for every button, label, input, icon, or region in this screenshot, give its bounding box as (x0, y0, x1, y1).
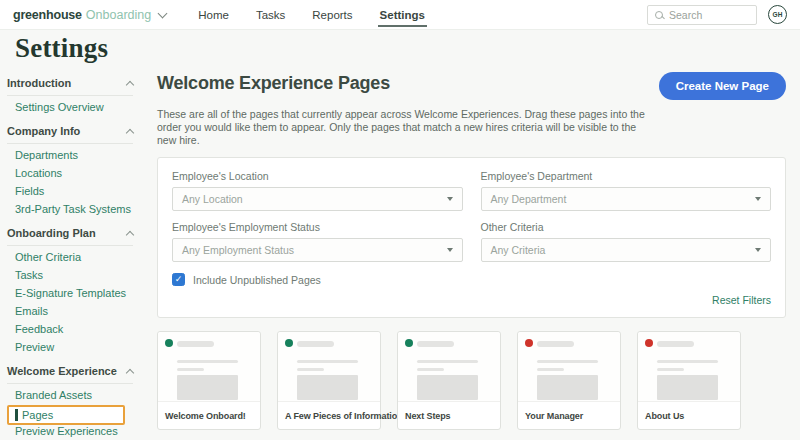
chevron-up-icon (126, 368, 134, 376)
page-thumbnail (638, 332, 740, 402)
sidebar: Introduction Settings Overview Company I… (0, 69, 150, 440)
skeleton-line (657, 368, 684, 371)
filter-field-department: Employee's Department Any Department (481, 170, 772, 211)
nav-link-home[interactable]: Home (198, 0, 229, 30)
brand-logo: greenhouse (13, 8, 82, 22)
sidebar-item-settings-overview[interactable]: Settings Overview (0, 100, 150, 118)
filter-label: Employee's Department (481, 170, 772, 182)
avatar[interactable]: GH (768, 5, 787, 24)
skeleton-line (537, 341, 574, 347)
skeleton-line (297, 368, 324, 371)
skeleton-block (657, 375, 718, 400)
caret-down-icon (447, 197, 453, 201)
other-criteria-filter-select[interactable]: Any Criteria (481, 238, 772, 262)
sidebar-section-onboarding-plan: Onboarding Plan Other Criteria Tasks E-S… (0, 226, 150, 358)
skeleton-block (177, 375, 238, 400)
sidebar-item-pages[interactable]: Pages (7, 405, 125, 425)
include-unpublished-label: Include Unpublished Pages (193, 274, 321, 286)
sidebar-item-locations[interactable]: Locations (0, 166, 150, 184)
nav-link-reports[interactable]: Reports (312, 0, 352, 30)
filter-field-location: Employee's Location Any Location (172, 170, 463, 211)
include-unpublished-checkbox[interactable]: ✓ (172, 273, 185, 286)
page-card[interactable]: A Few Pieces of Information (277, 331, 381, 430)
location-filter-select[interactable]: Any Location (172, 187, 463, 211)
sidebar-item-other-criteria[interactable]: Other Criteria (0, 250, 150, 268)
sidebar-section-label: Onboarding Plan (7, 227, 96, 239)
page-card[interactable]: About Us (637, 331, 741, 430)
page-card-title: Your Manager (518, 402, 620, 429)
status-dot (525, 339, 533, 347)
chevron-up-icon (126, 128, 134, 136)
sidebar-item-branded-assets[interactable]: Branded Assets (0, 388, 150, 406)
filter-label: Other Criteria (481, 221, 772, 233)
skeleton-line (177, 341, 214, 347)
page-card-title: Welcome Onboard! (158, 402, 260, 429)
reset-filters-link[interactable]: Reset Filters (712, 294, 771, 306)
chevron-up-icon (126, 80, 134, 88)
sidebar-item-departments[interactable]: Departments (0, 148, 150, 166)
filter-field-other-criteria: Other Criteria Any Criteria (481, 221, 772, 262)
page-card[interactable]: Your Manager (517, 331, 621, 430)
page-cards-row-1: Welcome Onboard! A Few Pieces of Informa… (157, 331, 786, 430)
sidebar-section-header-introduction[interactable]: Introduction (7, 76, 133, 90)
sidebar-section-header-welcome-experience[interactable]: Welcome Experience (7, 364, 133, 378)
sidebar-item-preview[interactable]: Preview (0, 340, 150, 358)
search-input[interactable] (669, 9, 749, 21)
skeleton-block (537, 375, 598, 400)
sidebar-section-header-company-info[interactable]: Company Info (7, 124, 133, 138)
skeleton-block (297, 375, 358, 400)
filter-grid: Employee's Location Any Location Employe… (172, 170, 771, 262)
sidebar-item-fields[interactable]: Fields (0, 184, 150, 202)
sidebar-item-3rd-party-task-systems[interactable]: 3rd-Party Task Systems (0, 202, 150, 220)
top-nav: greenhouse Onboarding Home Tasks Reports… (0, 0, 800, 30)
caret-down-icon (755, 248, 761, 252)
section-heading: Welcome Experience Pages (157, 73, 390, 94)
page-thumbnail (398, 332, 500, 402)
filters-panel: Employee's Location Any Location Employe… (157, 157, 786, 318)
sidebar-item-feedback[interactable]: Feedback (0, 322, 150, 340)
skeleton-line (297, 360, 358, 363)
nav-link-settings[interactable]: Settings (380, 0, 425, 30)
status-dot (405, 339, 413, 347)
sidebar-item-e-signature-templates[interactable]: E-Signature Templates (0, 286, 150, 304)
select-value: Any Department (491, 193, 567, 205)
caret-down-icon (755, 197, 761, 201)
skeleton-block (417, 375, 478, 400)
department-filter-select[interactable]: Any Department (481, 187, 772, 211)
primary-nav: Home Tasks Reports Settings (198, 0, 425, 30)
sidebar-item-preview-experiences[interactable]: Preview Experiences (0, 424, 150, 440)
page-card[interactable]: Welcome Onboard! (157, 331, 261, 430)
chevron-down-icon (158, 8, 168, 18)
avatar-initials: GH (772, 11, 782, 18)
create-new-page-button[interactable]: Create New Page (659, 72, 786, 100)
employment-status-filter-select[interactable]: Any Employment Status (172, 238, 463, 262)
divider (7, 95, 133, 96)
section-description: These are all of the pages that currentl… (157, 108, 652, 147)
page-thumbnail (518, 332, 620, 402)
sidebar-section-header-onboarding-plan[interactable]: Onboarding Plan (7, 226, 133, 240)
sidebar-section-label: Company Info (7, 125, 80, 137)
divider (7, 245, 133, 246)
filter-label: Employee's Location (172, 170, 463, 182)
sidebar-section-welcome-experience: Welcome Experience Branded Assets Pages … (0, 364, 150, 440)
select-value: Any Employment Status (182, 244, 294, 256)
sidebar-section-label: Introduction (7, 77, 71, 89)
brand-menu[interactable]: greenhouse Onboarding (13, 8, 166, 22)
skeleton-line (657, 341, 694, 347)
skeleton-line (177, 360, 238, 363)
skeleton-line (417, 341, 454, 347)
status-dot (645, 339, 653, 347)
nav-link-tasks[interactable]: Tasks (256, 0, 285, 30)
search-icon (655, 11, 663, 19)
divider (7, 383, 133, 384)
page-card-title: Next Steps (398, 402, 500, 429)
sidebar-item-emails[interactable]: Emails (0, 304, 150, 322)
chevron-up-icon (126, 230, 134, 238)
filter-label: Employee's Employment Status (172, 221, 463, 233)
sidebar-item-tasks[interactable]: Tasks (0, 268, 150, 286)
search-box[interactable] (647, 5, 757, 25)
skeleton-line (657, 360, 718, 363)
reset-row: Reset Filters (172, 290, 771, 308)
page-card[interactable]: Next Steps (397, 331, 501, 430)
page-card-title: About Us (638, 402, 740, 429)
